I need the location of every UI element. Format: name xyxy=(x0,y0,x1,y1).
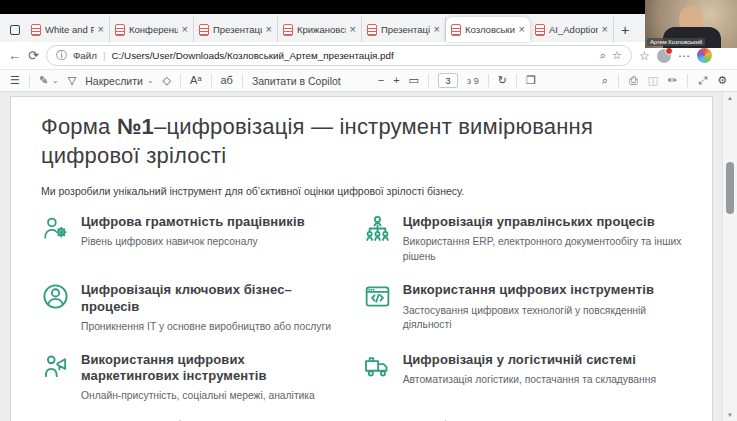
feature-title: Цифровізація у логістичній системі xyxy=(403,352,656,368)
toolbar-divider xyxy=(428,74,429,87)
scroll-down-icon[interactable]: ▼ xyxy=(723,412,737,418)
close-icon[interactable]: × xyxy=(602,24,608,35)
new-tab-button[interactable]: + xyxy=(614,18,636,42)
profile-avatar[interactable] xyxy=(657,49,671,63)
eraser-icon[interactable]: ◇ xyxy=(163,75,171,86)
fullscreen-icon[interactable]: ⤢ xyxy=(698,75,707,86)
feature-text: Цифровізація ключових бізнес–процесів Пр… xyxy=(81,282,337,334)
scroll-up-icon[interactable]: ▲ xyxy=(723,95,737,101)
feature-title: Використання цифрових інструментів xyxy=(403,282,682,298)
scheme-label: Файл xyxy=(73,50,97,61)
footer-paragraph: Оцінка кожного напряму відбувається за ш… xyxy=(41,417,682,421)
feature-key-business-processes: Цифровізація ключових бізнес–процесів Пр… xyxy=(41,282,337,334)
webcam-name-label: Артем Козловський xyxy=(647,38,705,46)
tab-label: Крижановський Е xyxy=(297,24,346,35)
toolbar-divider xyxy=(488,74,489,87)
close-icon[interactable]: × xyxy=(266,24,272,35)
feature-desc: Автоматизація логістики, постачання та с… xyxy=(403,373,656,388)
user-gear-icon xyxy=(41,214,70,243)
feature-desc: Онлайн-присутність, соціальні мережі, ан… xyxy=(81,389,337,404)
tab-label: Козловський_Арт xyxy=(465,24,515,35)
copilot-icon[interactable] xyxy=(697,48,712,63)
vertical-scrollbar[interactable]: ▲ ▼ xyxy=(722,92,737,421)
zoom-out-icon[interactable]: − xyxy=(378,75,384,86)
page-view-icon[interactable]: ❐ xyxy=(526,75,536,86)
info-icon[interactable]: ⓘ xyxy=(56,48,67,63)
org-chart-icon xyxy=(363,214,392,243)
close-icon[interactable]: × xyxy=(182,24,188,35)
tab-label: Презентація Рати xyxy=(381,24,430,35)
zoom-page-icon[interactable]: ⌕ xyxy=(600,49,606,62)
tab-prezentacia-him[interactable]: Презентация_Хим × xyxy=(194,17,278,42)
more-menu-icon[interactable]: ⋯ xyxy=(678,50,690,62)
search-icon[interactable]: ⌕ xyxy=(602,75,608,86)
table-of-contents-icon[interactable]: ☰ xyxy=(10,75,20,86)
draw-shape-icon[interactable]: ▽ xyxy=(68,75,76,86)
close-icon[interactable]: × xyxy=(434,24,440,35)
ask-copilot-button[interactable]: Запитати в Copilot xyxy=(252,75,341,87)
tab-white-and-purple[interactable]: White and Purple × xyxy=(26,17,110,42)
read-aloud-icon[interactable]: аб xyxy=(221,75,233,86)
feature-text: Цифровізація управлінських процесів Вико… xyxy=(403,214,682,265)
pdf-page: Форма №1–цифровізація — інструмент вимір… xyxy=(10,96,713,421)
user-circle-icon xyxy=(41,282,70,311)
draw-label[interactable]: Накреслити xyxy=(85,75,143,87)
feature-digital-literacy: Цифрова грамотність працівників Рівень ц… xyxy=(41,214,337,265)
feature-management-processes: Цифровізація управлінських процесів Вико… xyxy=(363,214,682,265)
zoom-in-icon[interactable]: + xyxy=(393,75,399,86)
feature-grid: Цифрова грамотність працівників Рівень ц… xyxy=(41,214,682,404)
toolbar-divider xyxy=(687,74,688,87)
edit-pdf-icon[interactable]: ✏ xyxy=(668,75,677,86)
chevron-down-icon[interactable]: ⌄ xyxy=(147,76,154,85)
tab-label: Презентация_Хим xyxy=(213,24,262,35)
feature-desc: Використання ERP, електронного документо… xyxy=(403,235,682,265)
print-icon[interactable]: ⎙ xyxy=(629,75,638,86)
back-icon[interactable]: ← xyxy=(8,49,21,62)
pdf-content-area: Форма №1–цифровізація — інструмент вимір… xyxy=(0,92,737,421)
page-number-input[interactable] xyxy=(438,73,458,88)
tab-prezentacia-rati[interactable]: Презентація Рати × xyxy=(362,17,446,42)
address-input[interactable]: ⓘ Файл | C:/Users/User/Downloads/Козловс… xyxy=(46,45,632,66)
pill-divider: | xyxy=(103,50,106,61)
tab-label: White and Purple xyxy=(45,24,94,35)
pdf-file-icon xyxy=(283,24,293,36)
rotate-icon[interactable]: ↻ xyxy=(498,75,507,86)
pdf-file-icon xyxy=(31,24,41,36)
tab-konferencia[interactable]: Конференція.pdf × xyxy=(110,17,194,42)
save-icon[interactable]: ◫ xyxy=(648,75,658,86)
close-icon[interactable]: × xyxy=(519,24,525,35)
tab-kozlovskyi-active[interactable]: Козловський_Арт × xyxy=(446,17,530,42)
favorite-star-icon[interactable]: ☆ xyxy=(612,49,622,62)
feature-desc: Рівень цифрових навичок персоналу xyxy=(81,235,305,250)
feature-title: Цифровізація ключових бізнес–процесів xyxy=(81,282,337,315)
page-total-label: з 9 xyxy=(467,76,479,86)
refresh-icon[interactable]: ⟳ xyxy=(28,49,39,62)
tab-actions-button[interactable] xyxy=(4,18,26,42)
chevron-down-icon[interactable]: ⌄ xyxy=(52,76,59,85)
webcam-overlay[interactable]: Артем Козловський xyxy=(645,0,737,48)
highlight-pen-icon[interactable]: ✎ xyxy=(39,75,48,86)
truck-icon xyxy=(363,352,392,381)
text-size-icon[interactable]: Aᵃ xyxy=(190,75,201,86)
settings-gear-icon[interactable]: ⚙ xyxy=(717,75,727,86)
feature-text: Використання цифрових інструментів Засто… xyxy=(403,282,682,333)
feature-text: Цифровізація у логістичній системі Автом… xyxy=(403,352,656,388)
address-bar: ← ⟳ ⓘ Файл | C:/Users/User/Downloads/Коз… xyxy=(0,42,737,70)
feature-title: Використання цифрових маркетингових інст… xyxy=(81,352,337,385)
feature-desc: Проникнення ІТ у основне виробництво або… xyxy=(81,320,337,335)
pdf-toolbar: ☰ ✎ ⌄ ▽ Накреслити ⌄ ◇ Aᵃ аб Запитати в … xyxy=(0,70,737,92)
tab-kryzhanovskyi[interactable]: Крижановський Е × xyxy=(278,17,362,42)
tab-label: Конференція.pdf xyxy=(129,24,178,35)
feature-text: Цифрова грамотність працівників Рівень ц… xyxy=(81,214,305,250)
close-icon[interactable]: × xyxy=(350,24,356,35)
feature-text: Використання цифрових маркетингових інст… xyxy=(81,352,337,404)
pdf-file-icon xyxy=(199,24,209,36)
scrollbar-thumb[interactable] xyxy=(726,162,734,214)
page-subtitle: Ми розробили унікальний інструмент для о… xyxy=(41,185,682,197)
close-icon[interactable]: × xyxy=(98,24,104,35)
favorites-bar-icon[interactable]: ☆ xyxy=(639,50,650,62)
tab-ai-adoption[interactable]: AI_Adoption_By O × xyxy=(530,17,614,42)
toolbar-divider xyxy=(180,74,181,87)
fit-to-width-icon[interactable]: ▭ xyxy=(409,75,419,86)
tab-label: AI_Adoption_By O xyxy=(549,24,598,35)
